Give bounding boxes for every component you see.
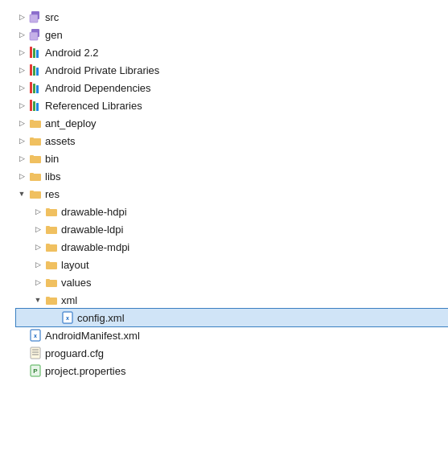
tree-item-proguard-cfg[interactable]: proguard.cfg: [16, 344, 448, 362]
toggle-referenced-libs[interactable]: [16, 100, 27, 111]
package-icon: [29, 28, 42, 41]
tree-item-android22[interactable]: Android 2.2: [16, 43, 448, 61]
tree-item-src[interactable]: src: [16, 8, 448, 26]
toggle-res[interactable]: [16, 188, 27, 199]
tree-item-label-project-properties: project.properties: [45, 365, 125, 377]
svg-rect-42: [31, 347, 40, 359]
svg-rect-10: [30, 82, 32, 93]
tree-item-label-android-private: Android Private Libraries: [45, 64, 159, 76]
toggle-src[interactable]: [16, 11, 27, 23]
folder-icon: [45, 223, 58, 236]
tree-item-drawable-mdpi[interactable]: drawable-mdpi: [16, 238, 448, 256]
toggle-ant_deploy[interactable]: [16, 117, 27, 129]
tree-item-label-values: values: [61, 277, 92, 289]
android-lib-icon: [29, 46, 42, 59]
toggle-layout[interactable]: [32, 259, 43, 270]
svg-rect-31: [46, 244, 57, 252]
folder-icon: [45, 293, 58, 306]
toggle-libs[interactable]: [16, 170, 27, 182]
svg-rect-11: [33, 84, 35, 93]
tree-item-drawable-hdpi[interactable]: drawable-hdpi: [16, 203, 448, 220]
tree-item-label-drawable-ldpi: drawable-ldpi: [61, 224, 123, 236]
folder-icon: [45, 276, 58, 289]
folder-icon: [45, 205, 58, 218]
tree-item-label-config-xml: config.xml: [77, 312, 125, 324]
android-lib-icon: [29, 99, 42, 112]
tree-item-values[interactable]: values: [16, 273, 448, 291]
svg-rect-5: [33, 48, 35, 58]
tree-item-label-layout: layout: [61, 259, 89, 271]
svg-rect-7: [30, 64, 32, 76]
toggle-values[interactable]: [32, 277, 43, 288]
file-tree: srcgenAndroid 2.2Android Private Librari…: [0, 0, 448, 388]
svg-rect-1: [30, 14, 38, 23]
toggle-drawable-mdpi[interactable]: [32, 241, 43, 252]
toggle-gen[interactable]: [16, 29, 27, 40]
folder-icon: [29, 117, 42, 129]
tree-item-ant_deploy[interactable]: ant_deploy: [16, 114, 448, 132]
svg-rect-6: [36, 50, 39, 58]
tree-item-res[interactable]: res: [16, 185, 448, 203]
tree-item-layout[interactable]: layout: [16, 256, 448, 273]
android-lib-icon: [29, 64, 42, 76]
svg-rect-27: [46, 209, 57, 216]
tree-item-label-drawable-hdpi: drawable-hdpi: [61, 206, 127, 218]
toggle-assets[interactable]: [16, 135, 27, 146]
tree-item-label-android-manifest: AndroidManifest.xml: [45, 330, 140, 342]
toggle-android-private[interactable]: [16, 64, 27, 76]
svg-rect-4: [30, 47, 32, 58]
toggle-drawable-ldpi[interactable]: [32, 224, 43, 235]
svg-rect-13: [30, 100, 32, 111]
svg-rect-25: [30, 191, 41, 199]
svg-rect-21: [30, 156, 41, 163]
tree-item-label-gen: gen: [45, 29, 63, 41]
toggle-project-properties[interactable]: [16, 365, 27, 376]
folder-icon: [29, 170, 42, 183]
svg-rect-37: [46, 298, 57, 305]
folder-icon: [45, 258, 58, 271]
tree-item-project-properties[interactable]: Pproject.properties: [16, 362, 448, 380]
cfg-file-icon: [29, 347, 42, 359]
folder-icon: [45, 240, 58, 253]
toggle-bin[interactable]: [16, 153, 27, 164]
tree-item-label-proguard-cfg: proguard.cfg: [45, 347, 104, 359]
svg-rect-23: [30, 174, 41, 181]
tree-item-label-bin: bin: [45, 153, 59, 165]
tree-item-android-private[interactable]: Android Private Libraries: [16, 61, 448, 79]
svg-rect-15: [36, 103, 39, 111]
tree-item-referenced-libs[interactable]: Referenced Libraries: [16, 96, 448, 114]
tree-item-android-deps[interactable]: Android Dependencies: [16, 79, 448, 96]
folder-icon: [29, 152, 42, 165]
toggle-xml[interactable]: [32, 294, 43, 306]
xml-file-icon: x: [61, 311, 74, 324]
tree-item-label-src: src: [45, 11, 59, 23]
package-icon: [29, 10, 42, 23]
toggle-config-xml[interactable]: [48, 312, 60, 323]
svg-rect-12: [36, 85, 39, 93]
tree-item-assets[interactable]: assets: [16, 132, 448, 150]
svg-rect-3: [30, 32, 38, 40]
tree-item-config-xml[interactable]: xconfig.xml: [16, 309, 448, 326]
toggle-android-deps[interactable]: [16, 82, 27, 93]
toggle-android-manifest[interactable]: [16, 330, 27, 341]
tree-item-label-referenced-libs: Referenced Libraries: [45, 100, 142, 112]
tree-item-android-manifest[interactable]: xAndroidManifest.xml: [16, 326, 448, 344]
tree-item-drawable-ldpi[interactable]: drawable-ldpi: [16, 220, 448, 238]
tree-item-label-android22: Android 2.2: [45, 47, 99, 59]
tree-item-label-res: res: [45, 188, 60, 200]
toggle-proguard-cfg[interactable]: [16, 347, 27, 359]
svg-rect-33: [46, 262, 57, 269]
svg-rect-29: [46, 227, 57, 234]
svg-rect-14: [33, 101, 35, 111]
tree-item-gen[interactable]: gen: [16, 26, 448, 43]
tree-item-label-xml: xml: [61, 294, 77, 306]
tree-item-label-drawable-mdpi: drawable-mdpi: [61, 241, 129, 253]
toggle-drawable-hdpi[interactable]: [32, 206, 43, 217]
tree-item-label-libs: libs: [45, 170, 61, 183]
tree-item-xml[interactable]: xml: [16, 291, 448, 309]
toggle-android22[interactable]: [16, 47, 27, 58]
svg-rect-9: [36, 68, 39, 76]
tree-item-libs[interactable]: libs: [16, 167, 448, 185]
svg-text:P: P: [33, 367, 38, 375]
tree-item-bin[interactable]: bin: [16, 150, 448, 167]
